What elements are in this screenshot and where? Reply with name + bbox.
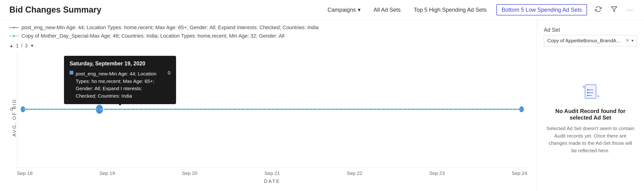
- svg-text:+: +: [582, 84, 585, 90]
- page-title: Bid Changes Summary: [9, 5, 317, 15]
- all-ad-sets-button[interactable]: All Ad Sets: [370, 5, 404, 15]
- pagination-separator: /: [21, 43, 22, 49]
- filter-icon[interactable]: [610, 4, 619, 16]
- top5-button[interactable]: Top 5 High Spending Ad Sets: [410, 5, 490, 15]
- tooltip-item: post_eng_new-Min Age: 44; Location Types…: [70, 70, 170, 100]
- no-audit-desc: Selected Ad Set doesn't seem to contain …: [546, 125, 635, 154]
- x-axis: Sep 18 Sep 19 Sep 20 Sep 21 Sep 22 Sep 2…: [17, 168, 527, 178]
- svg-marker-0: [612, 6, 617, 12]
- right-panel: Ad Set Copy of AppetiteBonus_BrandAwaren…: [536, 20, 644, 191]
- pagination-down-arrow[interactable]: ▼: [30, 44, 34, 48]
- header: Bid Changes Summary Campaigns ▾ All Ad S…: [0, 0, 644, 20]
- x-label-sep22: Sep 22: [347, 170, 362, 176]
- pagination: ▲ 1 / 3 ▼: [9, 43, 527, 49]
- pagination-up-arrow[interactable]: ▲: [9, 44, 14, 48]
- x-axis-title: DATE: [17, 178, 527, 184]
- campaigns-button[interactable]: Campaigns ▾: [324, 5, 364, 15]
- ad-set-dropdown[interactable]: Copy of AppetiteBonus_BrandAwareness_Foo…: [544, 35, 637, 46]
- tooltip-item-value: 0: [168, 70, 170, 76]
- main-content: post_eng_new-Min Age: 44; Location Types…: [0, 20, 644, 191]
- no-audit-icon: + +: [579, 81, 602, 104]
- legend-item-1: post_eng_new-Min Age: 44; Location Types…: [9, 24, 527, 30]
- pagination-current: 1: [16, 43, 19, 49]
- tooltip-item-label: post_eng_new-Min Age: 44; Location Types…: [76, 70, 164, 100]
- svg-marker-2: [13, 26, 15, 29]
- ad-set-clear-icon[interactable]: ✕: [625, 38, 630, 44]
- x-label-sep19: Sep 19: [100, 170, 115, 176]
- chart-wrapper: AVG. OF BID 0: [9, 51, 527, 184]
- svg-point-15: [587, 89, 588, 90]
- tooltip-color-square: [70, 71, 73, 74]
- y-axis-label: AVG. OF BID: [9, 51, 17, 184]
- chevron-down-icon: ▾: [358, 6, 360, 13]
- pagination-total: 3: [25, 43, 28, 49]
- no-audit-section: + + No Audit Record found for: [544, 51, 637, 184]
- svg-text:+: +: [597, 94, 600, 99]
- chart-area: post_eng_new-Min Age: 44; Location Types…: [0, 20, 536, 191]
- x-label-sep18: Sep 18: [17, 170, 33, 176]
- chart-inner: 0: [17, 51, 527, 184]
- ad-set-section: Ad Set Copy of AppetiteBonus_BrandAwaren…: [544, 27, 637, 46]
- svg-rect-4: [12, 34, 15, 37]
- x-label-sep21: Sep 21: [264, 170, 280, 176]
- bottom5-button[interactable]: Bottom 5 Low Spending Ad Sets: [496, 4, 587, 16]
- x-label-sep20: Sep 20: [182, 170, 198, 176]
- x-label-sep23: Sep 23: [429, 170, 445, 176]
- more-options-icon[interactable]: ···: [625, 5, 635, 15]
- svg-point-17: [587, 92, 588, 94]
- refresh-icon[interactable]: [594, 4, 603, 16]
- chart-plot: 0: [17, 51, 527, 168]
- header-controls: Campaigns ▾ All Ad Sets Top 5 High Spend…: [324, 4, 635, 16]
- ad-set-chevron-icon[interactable]: ▾: [632, 38, 634, 43]
- ad-set-label: Ad Set: [544, 27, 637, 33]
- no-audit-title: No Audit Record found for selected Ad Se…: [546, 108, 635, 121]
- ad-set-dropdown-value: Copy of AppetiteBonus_BrandAwareness_Foo…: [547, 38, 624, 44]
- legend: post_eng_new-Min Age: 44; Location Types…: [9, 24, 527, 39]
- svg-rect-13: [585, 85, 596, 98]
- x-label-sep24: Sep 24: [512, 170, 527, 176]
- zero-label: 0: [10, 107, 13, 112]
- legend-item-2: Copy of Mother_Day_Special-Max Age: 48; …: [9, 33, 527, 39]
- svg-point-19: [587, 95, 588, 96]
- tooltip: Saturday, September 19, 2020 post_eng_ne…: [64, 56, 176, 104]
- tooltip-date: Saturday, September 19, 2020: [70, 60, 170, 67]
